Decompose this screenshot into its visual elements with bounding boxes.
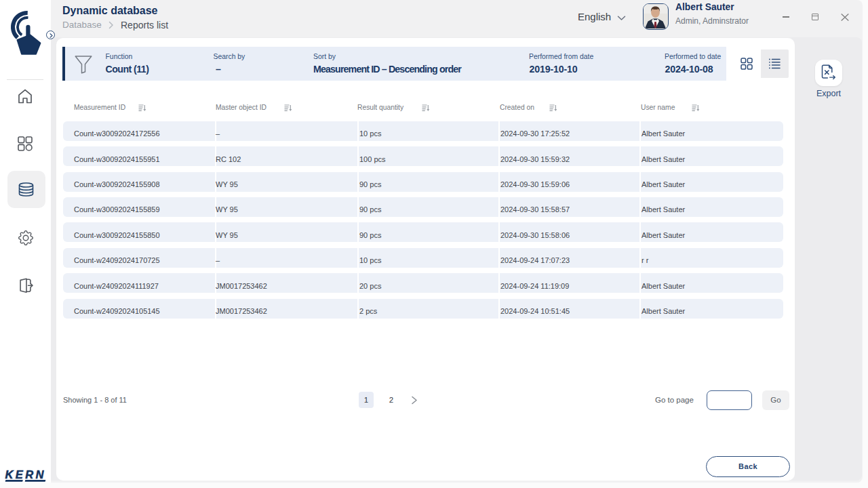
svg-text:KERN: KERN [5, 468, 46, 481]
